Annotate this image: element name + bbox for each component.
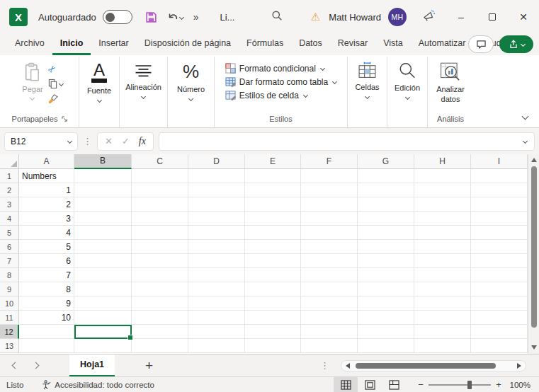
cancel-button[interactable]: ✕	[105, 136, 113, 146]
cell-H11[interactable]	[414, 311, 471, 325]
user-avatar[interactable]: MH	[388, 8, 407, 26]
cell-C3[interactable]	[132, 197, 188, 212]
row-header-11[interactable]: 11	[0, 311, 19, 325]
column-header-F[interactable]: F	[301, 154, 358, 169]
cell-I10[interactable]	[471, 296, 528, 311]
cell-F7[interactable]	[301, 254, 358, 268]
cell-E6[interactable]	[245, 240, 301, 254]
cell-E5[interactable]	[245, 226, 301, 240]
cell-F2[interactable]	[301, 183, 358, 197]
format-painter-button[interactable]	[48, 93, 59, 104]
collapse-ribbon-button[interactable]	[523, 109, 528, 122]
cells-menu-button[interactable]: Celdas	[349, 58, 385, 113]
copy-button[interactable]	[48, 79, 63, 89]
cell-E12[interactable]	[245, 325, 301, 339]
cell-B7[interactable]	[74, 254, 132, 268]
cell-H6[interactable]	[414, 240, 471, 254]
cell-G1[interactable]	[358, 169, 414, 183]
scroll-right-icon[interactable]	[517, 363, 521, 369]
cell-C2[interactable]	[132, 183, 188, 197]
cell-G5[interactable]	[358, 226, 414, 240]
cell-C6[interactable]	[132, 240, 188, 254]
cell-A6[interactable]: 5	[19, 240, 74, 254]
formula-input[interactable]	[159, 132, 535, 151]
cell-A1[interactable]: Numbers	[19, 169, 74, 183]
cell-E13[interactable]	[245, 339, 301, 353]
cell-D7[interactable]	[188, 254, 245, 268]
excel-logo-icon[interactable]: X	[9, 8, 28, 26]
cell-I8[interactable]	[471, 268, 528, 282]
prev-sheet-button[interactable]	[12, 362, 19, 369]
number-menu-button[interactable]: % Número	[171, 58, 210, 113]
comments-button[interactable]	[468, 35, 494, 53]
cell-A12[interactable]	[19, 325, 74, 339]
font-menu-button[interactable]: A Fuente	[81, 58, 117, 113]
document-title[interactable]: Li...	[220, 12, 234, 23]
scroll-left-icon[interactable]	[346, 363, 350, 369]
cell-H8[interactable]	[414, 268, 471, 282]
cell-F3[interactable]	[301, 197, 358, 212]
cell-F11[interactable]	[301, 311, 358, 325]
column-header-I[interactable]: I	[471, 154, 528, 169]
cell-I7[interactable]	[471, 254, 528, 268]
cell-B9[interactable]	[74, 282, 132, 296]
alignment-menu-button[interactable]: Alineación	[120, 58, 167, 113]
cell-F10[interactable]	[301, 296, 358, 311]
enter-button[interactable]: ✓	[122, 136, 130, 146]
tab-insertar[interactable]: Insertar	[91, 34, 136, 55]
tab-automatizar[interactable]: Automatizar	[411, 34, 474, 55]
cell-C13[interactable]	[132, 339, 188, 353]
cell-G9[interactable]	[358, 282, 414, 296]
cell-styles-button[interactable]: Estilos de celda	[225, 90, 307, 100]
tab-vista[interactable]: Vista	[375, 34, 411, 55]
cell-B4[interactable]	[74, 212, 132, 226]
row-header-8[interactable]: 8	[0, 268, 19, 282]
cell-C9[interactable]	[132, 282, 188, 296]
tab-datos[interactable]: Datos	[291, 34, 330, 55]
row-header-9[interactable]: 9	[0, 282, 19, 296]
formula-bar-expand-icon[interactable]	[523, 139, 528, 144]
column-header-E[interactable]: E	[245, 154, 301, 169]
cell-E7[interactable]	[245, 254, 301, 268]
cell-A11[interactable]: 10	[19, 311, 74, 325]
cell-E4[interactable]	[245, 212, 301, 226]
cell-I1[interactable]	[471, 169, 528, 183]
cell-G11[interactable]	[358, 311, 414, 325]
cell-D11[interactable]	[188, 311, 245, 325]
cell-I4[interactable]	[471, 212, 528, 226]
cell-D8[interactable]	[188, 268, 245, 282]
maximize-button[interactable]	[477, 0, 508, 34]
cell-D12[interactable]	[188, 325, 245, 339]
cell-D13[interactable]	[188, 339, 245, 353]
cell-A10[interactable]: 9	[19, 296, 74, 311]
cell-B8[interactable]	[74, 268, 132, 282]
cell-A2[interactable]: 1	[19, 183, 74, 197]
cell-F8[interactable]	[301, 268, 358, 282]
column-header-A[interactable]: A	[19, 154, 74, 169]
column-header-B[interactable]: B	[74, 154, 132, 169]
cell-A13[interactable]	[19, 339, 74, 353]
editing-menu-button[interactable]: Edición	[389, 58, 426, 113]
cell-I11[interactable]	[471, 311, 528, 325]
save-button[interactable]	[145, 11, 157, 23]
row-header-4[interactable]: 4	[0, 212, 19, 226]
cell-A8[interactable]: 7	[19, 268, 74, 282]
dialog-launcher-icon[interactable]	[62, 116, 68, 122]
cell-E8[interactable]	[245, 268, 301, 282]
row-header-6[interactable]: 6	[0, 240, 19, 254]
cell-G8[interactable]	[358, 268, 414, 282]
cell-I6[interactable]	[471, 240, 528, 254]
cell-A3[interactable]: 2	[19, 197, 74, 212]
page-break-view-button[interactable]	[382, 377, 406, 392]
cell-I5[interactable]	[471, 226, 528, 240]
tab-inicio[interactable]: Inicio	[52, 34, 91, 55]
cell-H1[interactable]	[414, 169, 471, 183]
cell-E10[interactable]	[245, 296, 301, 311]
cell-D5[interactable]	[188, 226, 245, 240]
cut-button[interactable]: ✂	[48, 64, 56, 74]
scroll-up-icon[interactable]	[531, 158, 537, 162]
tab-formulas[interactable]: Fórmulas	[239, 34, 291, 55]
cell-I13[interactable]	[471, 339, 528, 353]
cell-D9[interactable]	[188, 282, 245, 296]
cell-H2[interactable]	[414, 183, 471, 197]
